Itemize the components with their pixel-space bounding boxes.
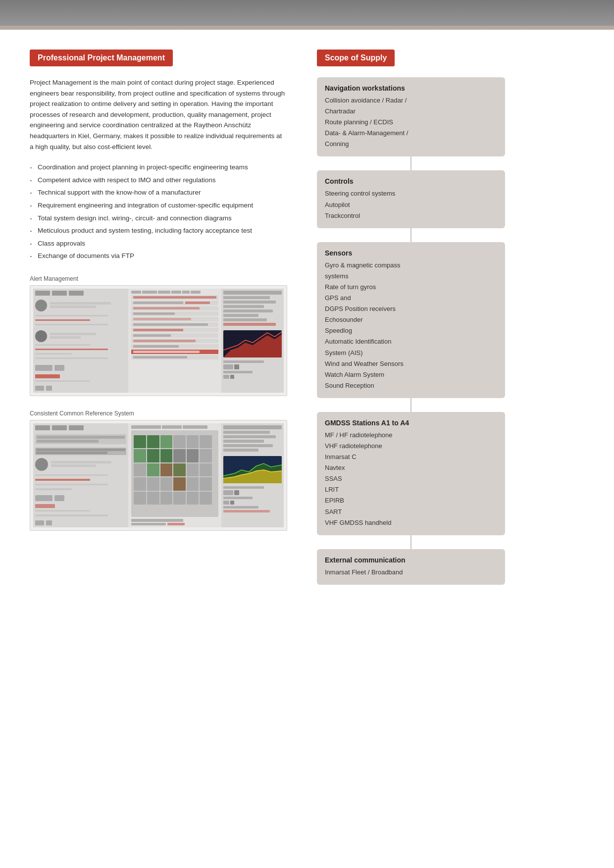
screenshot2-box (30, 420, 287, 531)
scope-card-nav-content: Collision avoidance / Radar / Chartradar… (325, 95, 497, 150)
scope-card-external: External communication Inmarsat Fleet / … (317, 549, 505, 585)
scope-card-sensors-content: Gyro & magnetic compass systems Rate of … (325, 260, 497, 391)
connector-2 (317, 228, 505, 242)
left-section-title: Professional Project Management (30, 50, 173, 66)
scope-card-navigation: Navigation workstations Collision avoida… (317, 77, 505, 156)
screenshot2-label: Consistent Common Reference System (30, 410, 287, 417)
connector-3 (317, 398, 505, 412)
scope-card-gmdss: GMDSS Stations A1 to A4 MF / HF radiotel… (317, 412, 505, 535)
scope-card-controls-title: Controls (325, 177, 497, 185)
screenshot2-image (33, 423, 284, 527)
top-bar (0, 0, 614, 30)
scope-card-external-content: Inmarsat Fleet / Broadband (325, 567, 497, 578)
main-content: Professional Project Management Project … (0, 30, 614, 605)
scope-card-controls-content: Steering control systems Autopilot Track… (325, 188, 497, 221)
scope-section: Navigation workstations Collision avoida… (317, 77, 505, 585)
connector-4 (317, 535, 505, 549)
scope-card-external-title: External communication (325, 556, 497, 564)
bullet-item-5: Total system design incl. wiring-, circu… (30, 213, 287, 224)
screenshot1-image (33, 289, 284, 393)
bullet-item-6: Meticulous product and system testing, i… (30, 225, 287, 236)
bullet-item-1: Coordination and project planning in pro… (30, 162, 287, 173)
svg-marker-0 (223, 334, 282, 357)
bullet-item-4: Requirement engineering and integration … (30, 200, 287, 211)
screenshot1-label: Alert Management (30, 275, 287, 282)
bullet-item-2: Competent advice with respect to IMO and… (30, 175, 287, 186)
bullet-item-3: Technical support with the know-how of a… (30, 187, 287, 198)
connector-1 (317, 156, 505, 170)
right-column: Scope of Supply Navigation workstations … (317, 50, 505, 585)
bullet-item-8: Exchange of documents via FTP (30, 251, 287, 261)
screenshot1-box (30, 285, 287, 396)
intro-text: Project Management is the main point of … (30, 77, 287, 152)
left-column: Professional Project Management Project … (30, 50, 287, 585)
scope-card-gmdss-content: MF / HF radiotelephone VHF radiotelephon… (325, 430, 497, 528)
scope-card-sensors-title: Sensors (325, 249, 497, 257)
scope-card-controls: Controls Steering control systems Autopi… (317, 170, 505, 228)
scope-card-gmdss-title: GMDSS Stations A1 to A4 (325, 419, 497, 427)
right-section-title: Scope of Supply (317, 50, 395, 66)
bullet-list: Coordination and project planning in pro… (30, 162, 287, 261)
scope-card-nav-title: Navigation workstations (325, 84, 497, 92)
scope-card-sensors: Sensors Gyro & magnetic compass systems … (317, 242, 505, 398)
bullet-item-7: Class approvals (30, 238, 287, 249)
